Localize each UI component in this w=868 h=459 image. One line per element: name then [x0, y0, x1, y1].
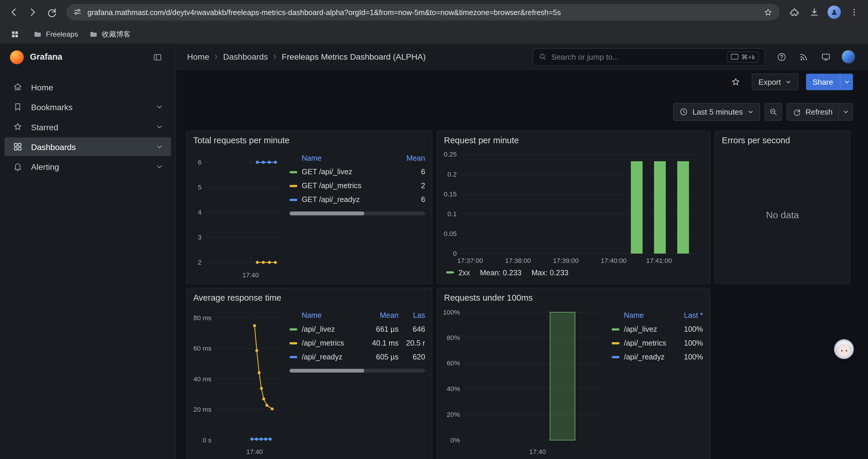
series-name[interactable]: /api/_metrics	[624, 339, 677, 347]
series-name[interactable]: GET /api/_metrics	[302, 182, 393, 190]
scrollbar-thumb[interactable]	[289, 369, 364, 372]
series-last: 100%	[677, 325, 703, 333]
search-shortcut-badge: ⌘+k	[727, 51, 759, 62]
monitor-icon[interactable]	[817, 48, 835, 66]
series-name[interactable]: GET /api/_readyz	[302, 196, 393, 204]
share-button[interactable]: Share	[806, 73, 840, 90]
legend-header-last[interactable]: Las	[399, 311, 425, 319]
series-color-dash[interactable]	[289, 356, 297, 358]
panel-header[interactable]: Request per minute	[437, 131, 710, 150]
chevron-down-icon[interactable]	[156, 123, 163, 131]
grafana-logo[interactable]	[10, 50, 24, 64]
chevron-down-icon[interactable]	[156, 163, 163, 170]
series-name[interactable]: GET /api/_livez	[302, 168, 393, 176]
chevron-right-icon	[271, 53, 278, 60]
legend-scrollbar[interactable]	[289, 211, 425, 215]
zoom-out-button[interactable]	[765, 103, 782, 121]
refresh-button[interactable]: Refresh	[786, 103, 838, 121]
panel-requests-under-100ms: Requests under 100ms 100%80%60%40%20%0%1…	[437, 288, 710, 459]
bookmark-folder-blogs[interactable]: 收藏博客	[85, 27, 135, 41]
panel-header[interactable]: Requests under 100ms	[437, 289, 710, 307]
series-name[interactable]: /api/_livez	[302, 325, 366, 333]
bar-chart[interactable]: 100%80%60%40%20%0%17:40	[442, 307, 608, 457]
sidebar-item-bookmarks[interactable]: Bookmarks	[4, 97, 171, 117]
series-color-dash[interactable]	[289, 342, 297, 344]
news-rss-icon[interactable]	[795, 48, 813, 66]
zoom-out-icon	[769, 107, 778, 117]
breadcrumb-home[interactable]: Home	[187, 52, 209, 61]
sidebar-item-label: Starred	[31, 122, 58, 131]
time-range-picker[interactable]: Last 5 minutes	[673, 103, 760, 121]
series-color-dash[interactable]	[289, 185, 297, 187]
timeseries-chart[interactable]: 80 ms60 ms40 ms20 ms0 s17:40	[191, 307, 286, 457]
reload-button[interactable]	[42, 3, 61, 22]
extensions-icon[interactable]	[785, 3, 804, 22]
url-text[interactable]: grafana.mathmast.com/d/deytv4rwavabkb/fr…	[88, 8, 759, 16]
svg-text:17:37:00: 17:37:00	[457, 257, 483, 264]
legend-header-name[interactable]: Name	[612, 311, 676, 319]
legend-header-mean[interactable]: Mean	[366, 311, 399, 319]
dock-menu-icon[interactable]	[149, 49, 165, 65]
favorite-star-icon[interactable]	[727, 73, 744, 90]
bookmark-icon	[12, 102, 23, 112]
series-name[interactable]: /api/_readyz	[302, 353, 366, 361]
series-color-dash[interactable]	[612, 342, 619, 344]
series-color-dash[interactable]	[289, 198, 297, 201]
panel-header[interactable]: Errors per second	[715, 131, 850, 150]
series-last: 646	[399, 325, 425, 333]
sidebar-item-dashboards[interactable]: Dashboards	[4, 137, 171, 156]
bookmark-label: 收藏博客	[102, 29, 130, 39]
bookmark-star-icon[interactable]	[764, 7, 773, 17]
svg-text:60 ms: 60 ms	[193, 345, 212, 352]
brand-name: Grafana	[30, 52, 62, 62]
help-icon[interactable]	[773, 48, 790, 66]
scrollbar-thumb[interactable]	[289, 211, 364, 215]
bookmark-label: Freeleaps	[46, 30, 78, 38]
search-input[interactable]: Search or jump to... ⌘+k	[532, 48, 765, 66]
chevron-down-icon[interactable]	[156, 143, 163, 151]
panel-header[interactable]: Average response time	[186, 289, 432, 307]
breadcrumb-dashboards[interactable]: Dashboards	[223, 52, 268, 61]
legend-header-last[interactable]: Last *	[677, 311, 703, 319]
chevron-down-icon[interactable]	[156, 103, 163, 111]
series-color-dash[interactable]	[289, 171, 297, 173]
series-color-dash[interactable]	[612, 356, 619, 358]
sidebar-item-alerting[interactable]: Alerting	[4, 157, 171, 176]
sidebar-item-home[interactable]: Home	[4, 77, 171, 96]
svg-text:0 s: 0 s	[203, 436, 212, 444]
legend-header-mean[interactable]: Mean	[393, 154, 425, 162]
dashboards-grid-icon	[12, 142, 23, 152]
series-name[interactable]: /api/_metrics	[302, 339, 366, 347]
assistant-avatar[interactable]	[834, 339, 854, 359]
series-name[interactable]: /api/_livez	[624, 325, 677, 333]
series-color-dash[interactable]	[289, 328, 297, 330]
legend-item[interactable]: 2xx	[446, 268, 470, 276]
series-color-dash[interactable]	[612, 328, 619, 330]
series-name[interactable]: /api/_readyz	[624, 353, 677, 361]
back-button[interactable]	[4, 3, 23, 22]
forward-button[interactable]	[23, 3, 42, 22]
refresh-interval-caret[interactable]	[839, 103, 853, 121]
sidebar-item-starred[interactable]: Starred	[4, 117, 171, 136]
legend-scrollbar[interactable]	[289, 369, 425, 372]
sidebar-item-label: Bookmarks	[31, 102, 73, 112]
downloads-icon[interactable]	[805, 3, 824, 22]
share-menu-caret[interactable]	[840, 73, 853, 90]
legend-header-name[interactable]: Name	[289, 154, 393, 162]
apps-grid-icon[interactable]	[6, 26, 23, 42]
address-bar[interactable]: grafana.mathmast.com/d/deytv4rwavabkb/fr…	[66, 4, 779, 21]
bookmark-folder-freeleaps[interactable]: Freeleaps	[29, 28, 82, 41]
timeseries-chart[interactable]: 6543217:40	[191, 150, 286, 280]
panel-header[interactable]: Total requests per minute	[186, 131, 432, 150]
browser-chrome: grafana.mathmast.com/d/deytv4rwavabkb/fr…	[0, 0, 868, 44]
chevron-down-icon	[843, 78, 850, 85]
user-avatar[interactable]	[839, 48, 857, 66]
bar-chart[interactable]: 0.250.20.150.10.05017:37:0017:38:0017:39…	[442, 150, 705, 266]
legend-header-name[interactable]: Name	[289, 311, 366, 319]
profile-avatar[interactable]	[825, 3, 844, 22]
panel-total-requests-per-minute: Total requests per minute 6543217:40 Nam…	[186, 131, 433, 284]
sidebar: Grafana Home Bookmarks	[0, 44, 176, 459]
export-button[interactable]: Export	[752, 73, 798, 90]
browser-menu-icon[interactable]	[845, 3, 864, 22]
site-settings-icon[interactable]	[73, 8, 82, 17]
